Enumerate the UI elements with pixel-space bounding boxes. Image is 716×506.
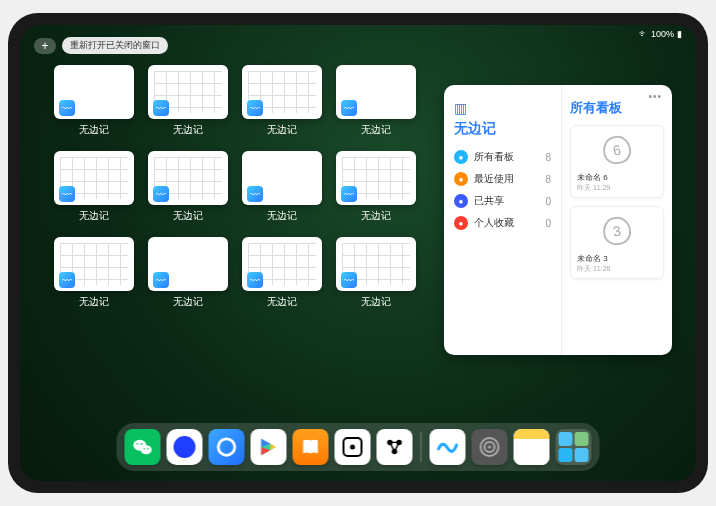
- thumbnail-preview: 〰: [148, 151, 228, 205]
- ipad-frame: ᯤ 100% ▮ + 重新打开已关闭的窗口 〰 无边记 〰 无边记 〰 无边记 …: [8, 13, 708, 493]
- dock-app-notes[interactable]: [514, 429, 550, 465]
- thumbnail-label: 无边记: [361, 295, 391, 309]
- add-window-button[interactable]: +: [34, 38, 56, 54]
- thumbnail-preview: 〰: [148, 237, 228, 291]
- svg-point-6: [218, 439, 235, 456]
- sidebar-item[interactable]: ● 个人收藏 0: [454, 212, 551, 234]
- board-preview: 3: [577, 213, 657, 249]
- thumbnail-preview: 〰: [54, 151, 134, 205]
- svg-point-8: [350, 445, 355, 450]
- thumbnail-label: 无边记: [267, 295, 297, 309]
- dock-app-qqbrowser[interactable]: [209, 429, 245, 465]
- window-thumbnail[interactable]: 〰 无边记: [148, 151, 228, 223]
- sidebar-item[interactable]: ● 所有看板 8: [454, 146, 551, 168]
- category-icon: ●: [454, 194, 468, 208]
- svg-point-14: [488, 446, 491, 449]
- dock-separator: [421, 432, 422, 462]
- window-thumbnail[interactable]: 〰 无边记: [148, 65, 228, 137]
- window-thumbnail[interactable]: 〰 无边记: [242, 65, 322, 137]
- category-label: 所有看板: [474, 150, 514, 164]
- dock-app-quark[interactable]: [167, 429, 203, 465]
- svg-point-4: [144, 448, 145, 449]
- freeform-app-icon: 〰: [153, 272, 169, 288]
- thumbnail-label: 无边记: [79, 295, 109, 309]
- window-thumbnail[interactable]: 〰 无边记: [54, 65, 134, 137]
- wifi-icon: ᯤ: [639, 29, 648, 39]
- freeform-panel[interactable]: ••• ▥ 无边记 ● 所有看板 8 ● 最近使用 8 ● 已共享 0 ● 个人…: [444, 85, 672, 355]
- thumbnail-label: 无边记: [267, 209, 297, 223]
- window-thumbnail[interactable]: 〰 无边记: [336, 65, 416, 137]
- stage-manager-controls: + 重新打开已关闭的窗口: [34, 37, 168, 54]
- ipad-screen: ᯤ 100% ▮ + 重新打开已关闭的窗口 〰 无边记 〰 无边记 〰 无边记 …: [20, 25, 696, 481]
- board-card[interactable]: 3 未命名 3 昨天 11:28: [570, 206, 664, 279]
- freeform-app-icon: 〰: [247, 272, 263, 288]
- thumbnail-preview: 〰: [54, 237, 134, 291]
- thumbnail-preview: 〰: [242, 237, 322, 291]
- thumbnail-label: 无边记: [79, 209, 109, 223]
- dock-app-freeform[interactable]: [430, 429, 466, 465]
- thumbnail-preview: 〰: [54, 65, 134, 119]
- dock-app-dice[interactable]: [335, 429, 371, 465]
- thumbnail-preview: 〰: [242, 65, 322, 119]
- category-count: 8: [545, 152, 551, 163]
- reopen-closed-window-button[interactable]: 重新打开已关闭的窗口: [62, 37, 168, 54]
- sidebar-item[interactable]: ● 已共享 0: [454, 190, 551, 212]
- category-label: 最近使用: [474, 172, 514, 186]
- board-preview: 6: [577, 132, 657, 168]
- category-count: 0: [545, 196, 551, 207]
- window-thumbnail[interactable]: 〰 无边记: [336, 151, 416, 223]
- dock-app-books[interactable]: [293, 429, 329, 465]
- category-icon: ●: [454, 216, 468, 230]
- dock-app-connect[interactable]: [377, 429, 413, 465]
- window-thumbnail[interactable]: 〰 无边记: [242, 237, 322, 309]
- board-subtitle: 昨天 11:28: [577, 264, 657, 274]
- panel-sidebar: ▥ 无边记 ● 所有看板 8 ● 最近使用 8 ● 已共享 0 ● 个人收藏 0: [444, 85, 562, 355]
- category-label: 个人收藏: [474, 216, 514, 230]
- dock-app-wechat[interactable]: [125, 429, 161, 465]
- board-subtitle: 昨天 11:29: [577, 183, 657, 193]
- dock-app-play[interactable]: [251, 429, 287, 465]
- category-label: 已共享: [474, 194, 504, 208]
- battery-label: 100%: [651, 29, 674, 39]
- ellipsis-icon[interactable]: •••: [648, 91, 662, 102]
- freeform-app-icon: 〰: [59, 186, 75, 202]
- board-glyph: 6: [601, 134, 633, 166]
- thumbnail-label: 无边记: [173, 209, 203, 223]
- window-thumbnail[interactable]: 〰 无边记: [336, 237, 416, 309]
- sidebar-item[interactable]: ● 最近使用 8: [454, 168, 551, 190]
- svg-point-1: [141, 445, 152, 454]
- battery-icon: ▮: [677, 29, 682, 39]
- freeform-app-icon: 〰: [59, 100, 75, 116]
- board-glyph: 3: [601, 215, 633, 247]
- window-thumbnail[interactable]: 〰 无边记: [148, 237, 228, 309]
- dock: [117, 423, 600, 471]
- dock-app-folder[interactable]: [556, 429, 592, 465]
- status-bar: ᯤ 100% ▮: [639, 29, 682, 39]
- thumbnail-label: 无边记: [173, 123, 203, 137]
- board-card[interactable]: 6 未命名 6 昨天 11:29: [570, 125, 664, 198]
- thumbnail-label: 无边记: [79, 123, 109, 137]
- thumbnail-preview: 〰: [336, 151, 416, 205]
- window-thumbnail[interactable]: 〰 无边记: [242, 151, 322, 223]
- thumbnail-label: 无边记: [361, 209, 391, 223]
- category-count: 8: [545, 174, 551, 185]
- thumbnail-label: 无边记: [267, 123, 297, 137]
- windows-grid: 〰 无边记 〰 无边记 〰 无边记 〰 无边记 〰 无边记 〰 无边记 〰 无边…: [54, 65, 424, 309]
- thumbnail-preview: 〰: [242, 151, 322, 205]
- freeform-app-icon: 〰: [247, 100, 263, 116]
- category-count: 0: [545, 218, 551, 229]
- window-thumbnail[interactable]: 〰 无边记: [54, 151, 134, 223]
- freeform-app-icon: 〰: [247, 186, 263, 202]
- freeform-app-icon: 〰: [341, 100, 357, 116]
- svg-point-5: [147, 448, 148, 449]
- freeform-app-icon: 〰: [153, 186, 169, 202]
- freeform-app-icon: 〰: [59, 272, 75, 288]
- board-name: 未命名 3: [577, 253, 657, 264]
- panel-title-left: 无边记: [454, 120, 551, 138]
- panel-content: 所有看板 6 未命名 6 昨天 11:29 3 未命名 3 昨天 11:28: [562, 85, 672, 355]
- freeform-app-icon: 〰: [341, 186, 357, 202]
- dock-app-settings[interactable]: [472, 429, 508, 465]
- svg-point-3: [141, 443, 143, 445]
- window-thumbnail[interactable]: 〰 无边记: [54, 237, 134, 309]
- sidebar-toggle-icon[interactable]: ▥: [454, 100, 467, 116]
